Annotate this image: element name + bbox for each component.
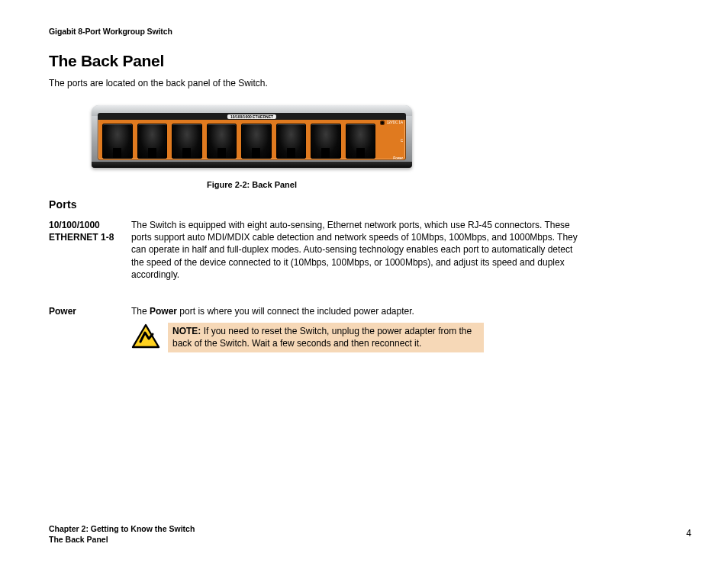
note-text: If you need to reset the Switch, unplug … <box>172 326 472 349</box>
rj45-port <box>346 124 376 159</box>
note-box: NOTE: If you need to reset the Switch, u… <box>168 323 484 352</box>
switch-top-band: 10/100/1000 ETHERNET <box>98 113 406 120</box>
power-label-cell: Power <box>49 305 131 317</box>
rj45-ports <box>102 124 375 159</box>
rj45-port <box>311 124 341 159</box>
warning-icon <box>131 323 160 349</box>
ethernet-label-line2: ETHERNET 1-8 <box>49 231 131 243</box>
svg-marker-0 <box>133 325 159 347</box>
voltage-label: 12VDC 1A <box>387 121 403 125</box>
note-block: NOTE: If you need to reset the Switch, u… <box>131 323 484 352</box>
rj45-port <box>276 124 307 159</box>
ethernet-row: 10/100/1000 ETHERNET 1-8 The Switch is e… <box>49 219 583 281</box>
footer-line2: The Back Panel <box>49 534 195 545</box>
note-lead: NOTE: <box>172 326 204 336</box>
ports-heading: Ports <box>49 198 77 211</box>
intro-text: The ports are located on the back panel … <box>49 78 268 88</box>
switch-band-label: 10/100/1000 ETHERNET <box>227 114 276 119</box>
power-description: The Power port is where you will connect… <box>131 305 583 317</box>
page-title: The Back Panel <box>49 52 164 70</box>
switch-right-labels: 12VDC 1A C Power <box>377 121 403 160</box>
figure-caption: Figure 2-2: Back Panel <box>92 180 412 189</box>
rj45-port <box>207 124 237 159</box>
rj45-port <box>172 124 202 159</box>
rj45-port <box>102 124 133 159</box>
ethernet-description: The Switch is equipped with eight auto-s… <box>131 219 583 281</box>
power-post: port is where you will connect the inclu… <box>177 306 414 317</box>
switch-illustration: 10/100/1000 ETHERNET 12VDC 1A C Power <box>92 105 412 168</box>
ethernet-label: 10/100/1000 ETHERNET 1-8 <box>49 219 131 281</box>
product-header: Gigabit 8-Port Workgroup Switch <box>49 27 172 36</box>
rj45-port <box>137 124 168 159</box>
power-jack-icon <box>380 121 385 125</box>
ethernet-label-line1: 10/100/1000 <box>49 219 131 231</box>
power-bold: Power <box>150 306 177 317</box>
figure-back-panel: 10/100/1000 ETHERNET 12VDC 1A C Power Fi… <box>92 105 412 189</box>
page: Gigabit 8-Port Workgroup Switch The Back… <box>0 0 728 563</box>
power-label: Power <box>393 157 403 161</box>
power-pre: The <box>131 306 150 317</box>
footer-line1: Chapter 2: Getting to Know the Switch <box>49 523 195 534</box>
page-number: 4 <box>686 528 691 539</box>
c-label: C <box>401 140 403 143</box>
footer: Chapter 2: Getting to Know the Switch Th… <box>49 523 195 545</box>
rj45-port <box>241 124 272 159</box>
power-row: Power The Power port is where you will c… <box>49 305 583 317</box>
